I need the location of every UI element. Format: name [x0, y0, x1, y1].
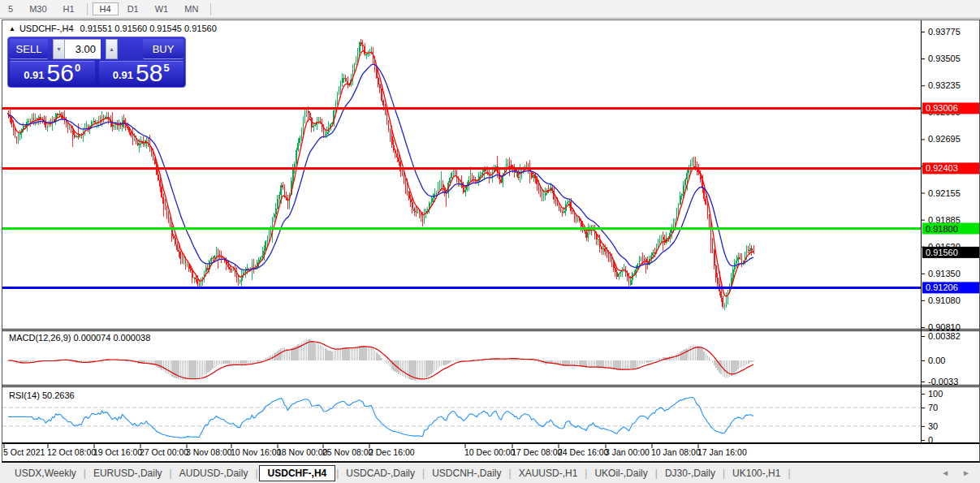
- chart-tab-bar: USDX,Weekly|EURUSD-,Daily|AUDUSD-,Daily|…: [0, 463, 980, 483]
- svg-text:27 Oct 00:00: 27 Oct 00:00: [140, 447, 188, 457]
- buy-price-small: 0.91: [113, 67, 133, 83]
- arrow-up-icon: ▲: [109, 46, 114, 52]
- svg-text:12 Oct 08:00: 12 Oct 08:00: [47, 447, 96, 457]
- tab-separator: |: [723, 468, 725, 479]
- tab-separator: |: [336, 468, 339, 479]
- macd-label: MACD(12,26,9) 0.000074 0.000038: [9, 333, 150, 343]
- chart-tab-uk100-h1[interactable]: UK100-,H1: [726, 465, 787, 481]
- timeframe-button-mn[interactable]: MN: [177, 2, 205, 15]
- tab-scroll-arrows: ◄►: [941, 468, 970, 477]
- chart-tab-audusd-daily[interactable]: AUDUSD-,Daily: [173, 465, 255, 481]
- timeframe-button-h4[interactable]: H4: [93, 2, 119, 15]
- timeframe-button-w1[interactable]: W1: [148, 2, 176, 15]
- svg-text:30: 30: [928, 421, 938, 431]
- svg-text:17 Dec 08:00: 17 Dec 08:00: [512, 447, 563, 457]
- svg-text:0.93006: 0.93006: [926, 103, 958, 113]
- tab-separator: |: [585, 468, 587, 479]
- sell-price-sup: 0: [75, 63, 80, 73]
- svg-text:0.91560: 0.91560: [926, 248, 958, 257]
- arrow-down-icon: ▼: [56, 46, 62, 52]
- tab-scroll-left-icon[interactable]: ◄: [941, 468, 949, 477]
- chart-tab-eurusd-daily[interactable]: EURUSD-,Daily: [87, 465, 169, 481]
- svg-text:25 Nov 08:00: 25 Nov 08:00: [322, 447, 373, 457]
- tab-separator: |: [655, 468, 658, 479]
- timeframe-button-d1[interactable]: D1: [120, 2, 146, 15]
- symbol-period-label: USDCHF-,H4: [19, 24, 74, 33]
- svg-text:0: 0: [928, 435, 933, 445]
- svg-text:5 Oct 2021: 5 Oct 2021: [3, 447, 45, 457]
- svg-text:100: 100: [928, 389, 943, 399]
- svg-text:18 Nov 00:00: 18 Nov 00:00: [277, 447, 328, 457]
- rsi-label: RSI(14) 50.2636: [9, 390, 75, 400]
- svg-text:0.91206: 0.91206: [926, 282, 958, 292]
- buy-price-sup: 5: [163, 63, 169, 73]
- tab-separator: |: [170, 468, 172, 479]
- chart-tab-usdchf-h4[interactable]: USDCHF-,H4: [259, 465, 336, 481]
- svg-text:0.93505: 0.93505: [928, 54, 961, 63]
- chart-tab-dj30-daily[interactable]: DJ30-,Daily: [658, 465, 722, 481]
- svg-text:2 Dec 16:00: 2 Dec 16:00: [369, 447, 415, 457]
- toolbar-separator: [87, 3, 88, 15]
- sell-button[interactable]: SELL: [10, 39, 48, 59]
- svg-text:0.93775: 0.93775: [928, 27, 961, 37]
- svg-text:10 Jan 08:00: 10 Jan 08:00: [651, 447, 701, 457]
- volume-increase-button[interactable]: ▲: [106, 39, 118, 59]
- chart-window: 0.937750.935050.932350.929650.926950.924…: [2, 19, 980, 463]
- one-click-trading-panel: SELL ▼ ▲ BUY 0.91 56 0 0.91 58 5: [7, 37, 186, 88]
- svg-text:0.00: 0.00: [928, 356, 945, 365]
- svg-text:0.93235: 0.93235: [928, 80, 961, 90]
- svg-text:3 Jan 00:00: 3 Jan 00:00: [605, 447, 650, 457]
- svg-text:24 Dec 16:00: 24 Dec 16:00: [558, 447, 609, 457]
- buy-button[interactable]: BUY: [143, 39, 183, 59]
- sell-price-small: 0.91: [24, 67, 44, 83]
- timeframe-button-5[interactable]: 5: [1, 2, 20, 15]
- buy-price-big: 58: [136, 63, 162, 83]
- svg-text:19 Oct 16:00: 19 Oct 16:00: [93, 447, 142, 457]
- chart-tab-xauusd-h1[interactable]: XAUUSD-,H1: [512, 465, 585, 481]
- svg-text:0.00382: 0.00382: [928, 331, 961, 341]
- svg-text:0.91350: 0.91350: [928, 269, 961, 278]
- tab-separator: |: [422, 468, 425, 479]
- tab-separator: |: [84, 468, 86, 479]
- svg-text:0.91080: 0.91080: [928, 295, 961, 305]
- svg-text:10 Dec 00:00: 10 Dec 00:00: [464, 447, 516, 457]
- volume-decrease-button[interactable]: ▼: [53, 39, 65, 59]
- tab-separator: |: [509, 468, 512, 479]
- chart-tab-usdx-weekly[interactable]: USDX,Weekly: [8, 465, 83, 481]
- timeframe-button-m30[interactable]: M30: [22, 2, 54, 15]
- chart-tab-usdcnh-daily[interactable]: USDCNH-,Daily: [425, 465, 507, 481]
- svg-text:-0.0033: -0.0033: [928, 377, 958, 386]
- ohlc-values: 0.91551 0.91560 0.91545 0.91560: [80, 24, 217, 33]
- svg-text:0.91800: 0.91800: [926, 224, 958, 234]
- svg-text:0.92695: 0.92695: [928, 134, 961, 144]
- tab-separator: |: [255, 468, 257, 479]
- buy-price-display[interactable]: 0.91 58 5: [99, 61, 184, 85]
- chart-tab-ukoil-daily[interactable]: UKOil-,Daily: [588, 465, 654, 481]
- price-axis-line: [921, 20, 922, 443]
- svg-text:0.92155: 0.92155: [928, 188, 961, 198]
- svg-text:10 Nov 16:00: 10 Nov 16:00: [231, 447, 282, 457]
- tab-separator: |: [788, 468, 790, 479]
- svg-text:70: 70: [928, 403, 938, 412]
- svg-text:17 Jan 16:00: 17 Jan 16:00: [697, 447, 747, 457]
- sell-price-big: 56: [47, 63, 74, 83]
- tab-scroll-right-icon[interactable]: ►: [962, 468, 970, 477]
- timeframe-toolbar: 5M30H1H4D1W1MN: [0, 0, 980, 19]
- volume-input[interactable]: [65, 39, 101, 59]
- collapse-triangle-icon[interactable]: ▲: [9, 25, 15, 32]
- chart-tab-usdcad-daily[interactable]: USDCAD-,Daily: [339, 465, 421, 481]
- chart-ohlc-header: ▲USDCHF-,H40.91551 0.91560 0.91545 0.915…: [9, 24, 217, 33]
- timeframe-button-h1[interactable]: H1: [56, 2, 82, 15]
- toolbar-separator: [210, 3, 211, 15]
- sell-price-display[interactable]: 0.91 56 0: [10, 61, 95, 85]
- svg-text:0.92403: 0.92403: [926, 163, 958, 173]
- svg-text:3 Nov 08:00: 3 Nov 08:00: [186, 447, 232, 457]
